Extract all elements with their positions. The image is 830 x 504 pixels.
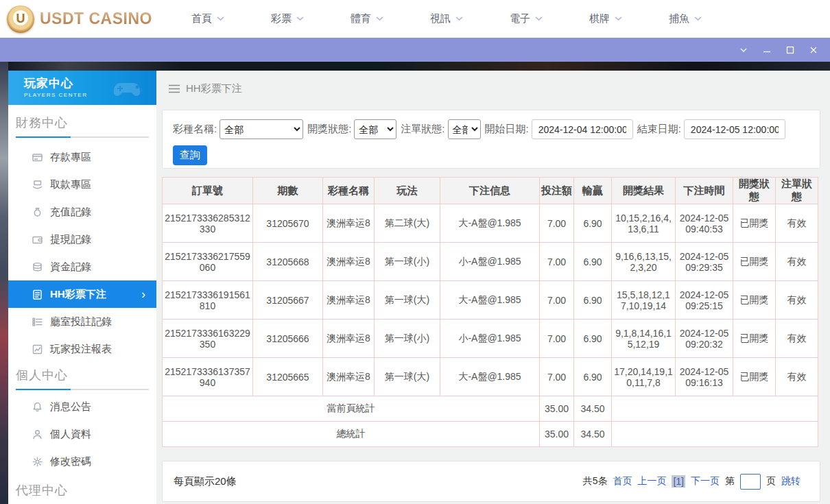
column-header-order-no: 訂單號 (163, 178, 253, 204)
nav-label: 棋牌 (589, 12, 610, 25)
cell-draw-status: 已開獎 (733, 320, 776, 358)
cell-draw-status: 已開獎 (733, 358, 776, 396)
cell-draw-result: 9,1,8,14,16,15,12,19 (612, 320, 676, 358)
cell-winloss: 6.90 (574, 320, 612, 358)
next-page-link[interactable]: 下一页 (691, 475, 720, 488)
page-jump-input[interactable] (740, 474, 761, 490)
column-header-draw-status: 開獎狀態 (733, 178, 776, 204)
prev-page-link[interactable]: 上一页 (637, 475, 666, 488)
cell-period: 31205666 (253, 320, 323, 358)
cell-period: 31205667 (253, 281, 323, 320)
chevron-down-icon[interactable] (737, 43, 750, 57)
sidebar-item-label: 資金記錄 (50, 261, 91, 274)
start-date-input[interactable] (532, 119, 633, 139)
jump-suffix-label: 页 (766, 475, 776, 488)
end-date-input[interactable] (684, 119, 785, 139)
chevron-down-icon (217, 16, 224, 21)
sidebar-item-hh-lottery-bets[interactable]: HH彩票下注 › (8, 280, 156, 308)
cell-playtype: 第一球(大) (375, 358, 440, 396)
total-count-text: 共5条 (583, 475, 608, 488)
cell-draw-status: 已開獎 (733, 281, 776, 320)
window-titlebar (0, 38, 830, 62)
user-icon (31, 429, 43, 440)
site-logo[interactable]: U USDT CASINO (0, 5, 168, 33)
cell-order-status: 有效 (776, 204, 818, 243)
column-header-period: 期數 (253, 178, 323, 204)
sidebar-item-player-bet-report[interactable]: 玩家投注報表 (8, 335, 156, 363)
search-button[interactable]: 查詢 (173, 145, 207, 165)
section-heading-agent: 代理中心 (16, 482, 149, 499)
cell-winloss: 6.90 (574, 358, 612, 396)
maximize-icon[interactable] (783, 43, 797, 57)
background-photo-strip (0, 62, 8, 504)
total-summary-label: 總統計 (163, 422, 540, 447)
cell-bet-info: 大-A盤@1.985 (440, 204, 540, 243)
total-summary-empty-cell (612, 422, 818, 447)
page-size-text: 每頁顯示20條 (174, 475, 237, 488)
nav-item-cards[interactable]: 棋牌 (566, 12, 645, 25)
nav-item-live[interactable]: 視訊 (407, 12, 486, 25)
cell-order-status: 有效 (776, 243, 818, 281)
nav-item-slots[interactable]: 電子 (486, 12, 566, 25)
jump-button[interactable]: 跳转 (781, 475, 801, 488)
sidebar-item-announcements[interactable]: 消息公告 (8, 393, 156, 420)
sidebar-item-label: 提現記錄 (50, 233, 91, 246)
background-photo-strip (0, 62, 830, 71)
sidebar-item-hall-bet-record[interactable]: 廳室投註記錄 (8, 308, 156, 335)
pagination-panel: 每頁顯示20條 共5条 首页 上一页 [1] 下一页 第 页 跳转 (162, 461, 820, 502)
nav-item-sports[interactable]: 體育 (327, 12, 407, 25)
cell-winloss: 6.90 (574, 204, 612, 243)
sidebar-item-label: 消息公告 (50, 400, 91, 413)
sidebar-item-withdrawal-record[interactable]: 提現記錄 (8, 226, 156, 253)
sidebar-item-profile[interactable]: 個人資料 (8, 420, 156, 448)
section-underline (16, 136, 149, 138)
sidebar-item-funds-record[interactable]: 資金記錄 (8, 253, 156, 280)
cell-bet-time: 2024-12-05 09:29:35 (676, 243, 733, 281)
chevron-down-icon (694, 16, 702, 21)
nav-item-lottery[interactable]: 彩票 (248, 12, 327, 25)
jump-prefix-label: 第 (725, 475, 735, 488)
cell-order-no: 2152173336285312330 (163, 204, 253, 243)
deposit-card-icon (31, 152, 43, 163)
minimize-icon[interactable] (760, 43, 774, 57)
lottery-name-select[interactable]: 全部 (220, 119, 303, 139)
cell-order-no: 2152173336163229350 (163, 320, 253, 358)
first-page-link[interactable]: 首页 (613, 475, 632, 488)
order-status-label: 注單狀態: (401, 123, 444, 136)
page-summary-winloss: 34.50 (574, 396, 612, 422)
table-row: 2152173336285312330 31205670 澳洲幸运8 第二球(大… (163, 204, 818, 243)
cell-bet-info: 小-A盤@1.985 (440, 243, 540, 281)
page-summary-empty-cell (612, 396, 818, 422)
hamburger-menu-icon[interactable] (169, 84, 180, 93)
nav-item-fishing[interactable]: 捕魚 (645, 12, 725, 25)
gamepad-icon (108, 75, 150, 101)
wallet-icon (31, 234, 43, 245)
chevron-right-icon: › (141, 288, 145, 300)
close-icon[interactable] (807, 43, 820, 57)
nav-label: 首頁 (191, 12, 212, 25)
cell-bet-time: 2024-12-05 09:25:15 (676, 281, 733, 320)
cell-bet-amount: 7.00 (540, 358, 574, 396)
column-header-bet-info: 下注信息 (440, 178, 540, 204)
table-row: 2152173336163229350 31205666 澳洲幸运8 第一球(小… (163, 320, 818, 358)
sidebar-item-recharge-record[interactable]: 充值記錄 (8, 198, 156, 226)
column-header-lottery-name: 彩種名稱 (323, 178, 375, 204)
page-summary-row: 當前頁統計 35.00 34.50 (163, 396, 818, 422)
cell-bet-time: 2024-12-05 09:20:32 (676, 320, 733, 358)
order-status-select[interactable]: 全部 (448, 119, 481, 139)
cell-playtype: 第一球(大) (375, 281, 440, 320)
finance-menu: 存款專區 取款專區 充值記錄 提現記錄 資金記錄 HH彩票下注 › 廳室投註記錄 (8, 143, 156, 363)
sidebar-item-withdraw[interactable]: 取款專區 (8, 171, 156, 198)
site-topbar: U USDT CASINO 首頁 彩票 體育 視訊 電子 棋牌 捕魚 (0, 0, 830, 38)
page-header: HH彩票下注 (156, 71, 830, 106)
draw-status-select[interactable]: 全部 (354, 119, 396, 139)
current-page-indicator[interactable]: [1] (672, 475, 685, 488)
cell-playtype: 第一球(小) (375, 243, 440, 281)
cell-draw-result: 10,15,2,16,4,13,6,11 (612, 204, 676, 243)
main-nav: 首頁 彩票 體育 視訊 電子 棋牌 捕魚 (168, 12, 725, 25)
nav-item-home[interactable]: 首頁 (168, 12, 248, 25)
withdraw-hand-icon (31, 179, 43, 191)
sidebar-item-deposit[interactable]: 存款專區 (8, 143, 156, 171)
sidebar-item-change-password[interactable]: 修改密碼 (8, 448, 156, 475)
table-header-row: 訂單號 期數 彩種名稱 玩法 下注信息 投注額 輸贏 開獎結果 下注時間 開獎狀… (163, 178, 818, 204)
